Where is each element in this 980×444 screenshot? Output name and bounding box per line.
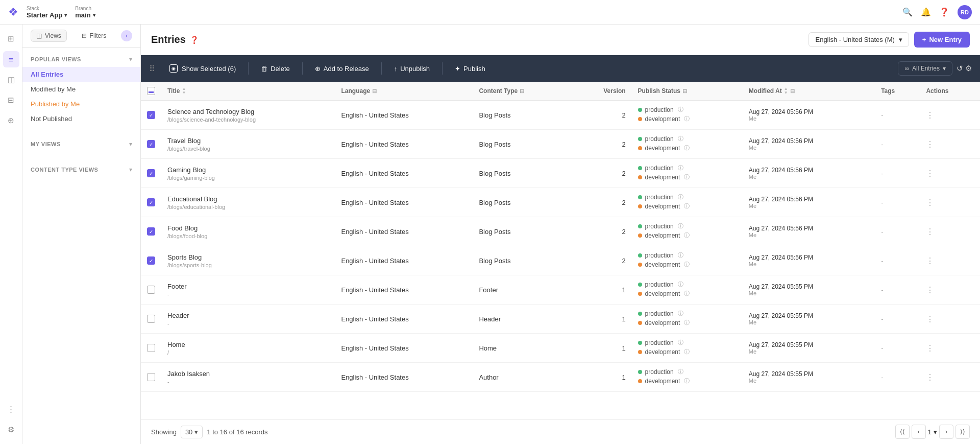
unpublish-button[interactable]: ↑ Unpublish [386, 61, 438, 77]
entry-title[interactable]: Footer [167, 283, 329, 290]
actions-menu-icon[interactable]: ⋮ [926, 140, 934, 149]
status-info-icon[interactable]: ⓘ [678, 222, 683, 230]
entry-title[interactable]: Header [167, 312, 329, 319]
status-info-icon[interactable]: ⓘ [678, 164, 683, 172]
status-info-icon[interactable]: ⓘ [678, 106, 683, 113]
entry-actions[interactable]: ⋮ [920, 159, 980, 188]
actions-menu-icon[interactable]: ⋮ [926, 286, 934, 294]
row-checkbox[interactable] [147, 286, 155, 294]
status-info-icon[interactable]: ⓘ [684, 231, 690, 239]
search-icon[interactable]: 🔍 [902, 7, 913, 17]
entry-title[interactable]: Travel Blog [167, 137, 329, 145]
entry-title[interactable]: Science and Technology Blog [167, 108, 329, 115]
status-info-icon[interactable]: ⓘ [678, 135, 683, 143]
actions-menu-icon[interactable]: ⋮ [926, 169, 934, 178]
th-publish-status[interactable]: Publish Status ⊟ [632, 82, 743, 101]
status-info-icon[interactable]: ⓘ [678, 251, 683, 259]
content-type-filter-icon[interactable]: ⊟ [520, 88, 524, 95]
status-info-icon[interactable]: ⓘ [684, 144, 690, 152]
th-language[interactable]: Language ⊟ [335, 82, 473, 101]
row-checkbox[interactable]: ✓ [147, 169, 155, 177]
nav-assets-icon[interactable]: ⊟ [3, 92, 19, 108]
nav-entries-icon[interactable]: ≡ [3, 51, 19, 67]
status-info-icon[interactable]: ⓘ [684, 202, 690, 210]
nav-workflows-icon[interactable]: ⋮ [3, 401, 19, 417]
add-to-release-button[interactable]: ⊕ Add to Release [307, 61, 377, 77]
status-info-icon[interactable]: ⓘ [678, 339, 683, 346]
th-title[interactable]: Title ▲▼ [161, 82, 335, 101]
row-checkbox[interactable]: ✓ [147, 227, 155, 236]
status-info-icon[interactable]: ⓘ [678, 310, 683, 317]
nav-settings-icon[interactable]: ⚙ [3, 422, 19, 438]
row-checkbox[interactable] [147, 344, 155, 352]
actions-menu-icon[interactable]: ⋮ [926, 315, 934, 323]
actions-menu-icon[interactable]: ⋮ [926, 198, 934, 207]
entry-title[interactable]: Sports Blog [167, 253, 329, 261]
select-all-checkbox[interactable]: ▬ [147, 87, 155, 95]
avatar[interactable]: RD [958, 5, 972, 19]
status-info-icon[interactable]: ⓘ [684, 348, 690, 356]
refresh-button[interactable]: ↺ [957, 64, 963, 73]
language-selector[interactable]: English - United States (M) ▾ [808, 32, 909, 47]
status-info-icon[interactable]: ⓘ [678, 368, 683, 376]
next-page-button[interactable]: › [939, 425, 953, 439]
prev-page-button[interactable]: ‹ [912, 425, 926, 439]
entry-actions[interactable]: ⋮ [920, 334, 980, 363]
row-checkbox[interactable]: ✓ [147, 111, 155, 119]
status-info-icon[interactable]: ⓘ [678, 193, 683, 201]
status-info-icon[interactable]: ⓘ [684, 261, 690, 268]
status-info-icon[interactable]: ⓘ [684, 377, 690, 385]
actions-menu-icon[interactable]: ⋮ [926, 344, 934, 353]
last-page-button[interactable]: ⟩⟩ [955, 425, 970, 439]
actions-menu-icon[interactable]: ⋮ [926, 256, 934, 265]
row-checkbox[interactable] [147, 373, 155, 381]
sidebar-collapse-button[interactable]: ‹ [121, 30, 132, 41]
entry-actions[interactable]: ⋮ [920, 188, 980, 217]
help-icon[interactable]: ❓ [939, 7, 949, 17]
status-info-icon[interactable]: ⓘ [684, 290, 690, 297]
entry-actions[interactable]: ⋮ [920, 275, 980, 305]
sidebar-item-published-by-me[interactable]: Published by Me [22, 97, 140, 111]
popular-views-collapse-icon[interactable]: ▾ [129, 56, 132, 63]
my-views-collapse-icon[interactable]: ▾ [129, 141, 132, 148]
status-info-icon[interactable]: ⓘ [684, 115, 690, 123]
entry-actions[interactable]: ⋮ [920, 305, 980, 334]
sidebar-item-all-entries[interactable]: All Entries [22, 67, 140, 82]
entry-actions[interactable]: ⋮ [920, 101, 980, 130]
first-page-button[interactable]: ⟨⟨ [895, 425, 910, 439]
entries-help-icon[interactable]: ❓ [190, 36, 199, 44]
content-type-views-collapse-icon[interactable]: ▾ [129, 166, 132, 173]
entry-actions[interactable]: ⋮ [920, 363, 980, 392]
row-checkbox[interactable]: ✓ [147, 140, 155, 148]
per-page-selector[interactable]: 30 ▾ [181, 426, 203, 438]
row-checkbox[interactable]: ✓ [147, 198, 155, 206]
nav-releases-icon[interactable]: ⊕ [3, 112, 19, 129]
entry-title[interactable]: Jakob Isaksen [167, 370, 329, 378]
sidebar-item-not-published[interactable]: Not Published [22, 111, 140, 126]
row-checkbox[interactable] [147, 315, 155, 323]
entry-actions[interactable]: ⋮ [920, 246, 980, 275]
entry-title[interactable]: Educational Blog [167, 195, 329, 203]
entry-title[interactable]: Gaming Blog [167, 166, 329, 174]
all-entries-button[interactable]: ∞ All Entries ▾ [898, 61, 952, 76]
status-info-icon[interactable]: ⓘ [678, 281, 683, 288]
entry-actions[interactable]: ⋮ [920, 217, 980, 246]
bell-icon[interactable]: 🔔 [921, 7, 931, 17]
show-selected-button[interactable]: ◉ Show Selected (6) [161, 60, 244, 77]
th-content-type[interactable]: Content Type ⊟ [473, 82, 572, 101]
entry-title[interactable]: Food Blog [167, 224, 329, 232]
filters-button[interactable]: ⊟ Filters [82, 32, 107, 39]
delete-button[interactable]: 🗑 Delete [253, 61, 298, 77]
entry-title[interactable]: Home [167, 341, 329, 348]
status-info-icon[interactable]: ⓘ [684, 319, 690, 326]
publish-button[interactable]: ✦ Publish [447, 61, 494, 77]
sidebar-item-modified-by-me[interactable]: Modified by Me [22, 82, 140, 97]
entry-actions[interactable]: ⋮ [920, 130, 980, 159]
page-chevron-icon[interactable]: ▾ [934, 428, 937, 436]
actions-menu-icon[interactable]: ⋮ [926, 111, 934, 120]
actions-menu-icon[interactable]: ⋮ [926, 227, 934, 236]
nav-content-model-icon[interactable]: ◫ [3, 72, 19, 88]
th-modified-at[interactable]: Modified At ▲▼ ⊟ [743, 82, 875, 101]
language-filter-icon[interactable]: ⊟ [372, 88, 377, 95]
status-info-icon[interactable]: ⓘ [684, 173, 690, 181]
